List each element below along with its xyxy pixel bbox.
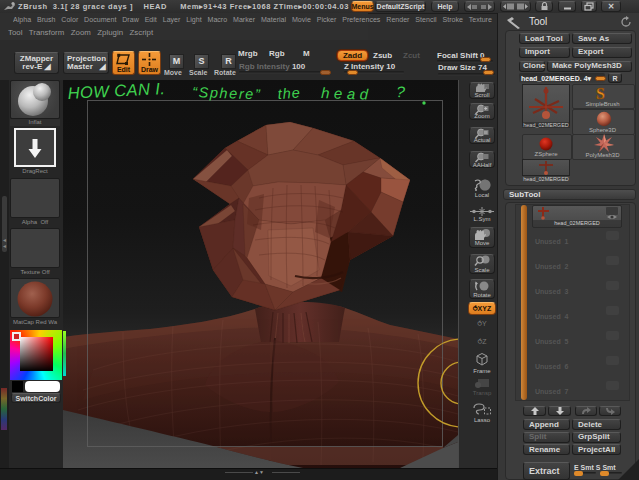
svg-text:“Sphere”: “Sphere” [192,84,262,102]
svg-text:S: S [596,85,605,101]
svg-text:head: head [321,84,373,103]
svg-text:the: the [277,84,301,102]
svg-text:?: ? [396,83,406,100]
